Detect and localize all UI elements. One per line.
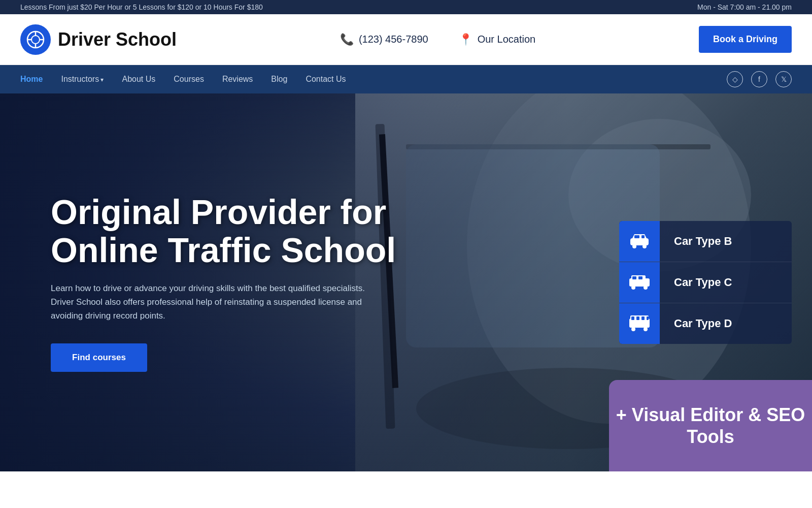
twitter-icon[interactable]: 𝕏 xyxy=(775,71,792,87)
nav-item-courses[interactable]: Courses xyxy=(174,75,204,84)
logo[interactable]: Driver School xyxy=(20,24,177,55)
hero-title: Original Provider for Online Traffic Sch… xyxy=(51,193,426,269)
car-type-d-item[interactable]: Car Type D xyxy=(619,303,792,344)
book-driving-button[interactable]: Book a Driving xyxy=(699,26,792,53)
facebook-icon[interactable]: f xyxy=(751,71,767,87)
svg-rect-16 xyxy=(634,235,639,238)
svg-point-1 xyxy=(31,36,40,44)
hero-description: Learn how to drive or advance your drivi… xyxy=(51,281,386,323)
svg-point-20 xyxy=(644,285,648,290)
nav-links: Home Instructors About Us Courses Review… xyxy=(20,75,346,84)
phone-icon: 📞 xyxy=(340,33,354,46)
location-label: Our Location xyxy=(478,34,536,45)
nav-link-home[interactable]: Home xyxy=(20,75,43,83)
nav-link-courses[interactable]: Courses xyxy=(174,75,204,83)
nav-item-about[interactable]: About Us xyxy=(122,75,155,84)
hours-text: Mon - Sat 7:00 am - 21.00 pm xyxy=(697,3,792,11)
logo-text: Driver School xyxy=(58,29,177,50)
nav-item-contact[interactable]: Contact Us xyxy=(306,75,346,84)
phone-contact[interactable]: 📞 (123) 456-7890 xyxy=(340,33,428,46)
header-contact: 📞 (123) 456-7890 📍 Our Location xyxy=(340,33,535,46)
find-courses-button[interactable]: Find courses xyxy=(51,343,147,372)
nav-link-blog[interactable]: Blog xyxy=(271,75,287,83)
svg-rect-30 xyxy=(647,316,649,320)
svg-point-25 xyxy=(631,327,635,331)
svg-rect-22 xyxy=(638,276,642,279)
nav-link-about[interactable]: About Us xyxy=(122,75,155,83)
car-type-b-label: Car Type B xyxy=(660,235,732,248)
phone-number: (123) 456-7890 xyxy=(359,34,428,45)
svg-point-19 xyxy=(631,285,635,290)
nav-link-reviews[interactable]: Reviews xyxy=(222,75,253,83)
car-type-b-item[interactable]: Car Type B xyxy=(619,221,792,262)
header: Driver School 📞 (123) 456-7890 📍 Our Loc… xyxy=(0,14,812,65)
svg-rect-11 xyxy=(630,238,649,245)
nav-link-instructors[interactable]: Instructors xyxy=(61,75,104,83)
nav-item-instructors[interactable]: Instructors xyxy=(61,75,104,84)
car-type-c-item[interactable]: Car Type C xyxy=(619,262,792,303)
svg-point-13 xyxy=(632,244,636,248)
hero-content: Original Provider for Online Traffic Sch… xyxy=(30,93,447,471)
visual-editor-text: + Visual Editor & SEO Tools xyxy=(609,404,812,448)
car-types-panel: Car Type B Car Type C xyxy=(619,221,792,344)
svg-rect-28 xyxy=(636,316,639,320)
svg-rect-29 xyxy=(641,316,645,320)
svg-rect-15 xyxy=(641,235,645,238)
nav-item-reviews[interactable]: Reviews xyxy=(222,75,253,84)
navigation: Home Instructors About Us Courses Review… xyxy=(0,65,812,93)
instagram-icon[interactable]: ◇ xyxy=(727,71,743,87)
location-icon: 📍 xyxy=(459,33,472,46)
car-type-c-label: Car Type C xyxy=(660,276,732,289)
top-bar: Lessons From just $20 Per Hour or 5 Less… xyxy=(0,0,812,14)
nav-link-contact[interactable]: Contact Us xyxy=(306,75,346,83)
svg-point-14 xyxy=(642,244,647,248)
social-links: ◇ f 𝕏 xyxy=(727,71,792,87)
car-type-d-icon xyxy=(619,303,660,344)
car-type-b-icon xyxy=(619,221,660,262)
nav-item-blog[interactable]: Blog xyxy=(271,75,287,84)
logo-icon xyxy=(20,24,51,55)
nav-item-home[interactable]: Home xyxy=(20,75,43,84)
svg-point-26 xyxy=(644,327,648,331)
svg-rect-21 xyxy=(632,276,636,279)
visual-editor-badge: + Visual Editor & SEO Tools xyxy=(609,380,812,471)
promo-text: Lessons From just $20 Per Hour or 5 Less… xyxy=(20,3,263,11)
car-type-c-icon xyxy=(619,262,660,303)
hero-section: Original Provider for Online Traffic Sch… xyxy=(0,93,812,471)
location-contact[interactable]: 📍 Our Location xyxy=(459,33,536,46)
car-type-d-label: Car Type D xyxy=(660,317,732,330)
svg-rect-27 xyxy=(631,316,634,320)
